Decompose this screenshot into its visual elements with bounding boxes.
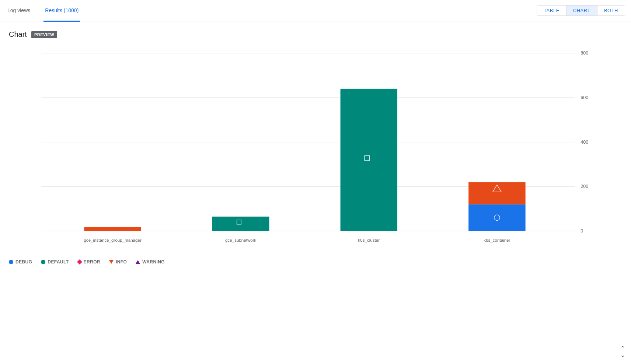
chart-header: Chart PREVIEW: [9, 30, 622, 39]
legend-warning: WARNING: [136, 259, 165, 265]
legend-debug: DEBUG: [9, 259, 32, 265]
legend-info: INFO: [109, 259, 127, 265]
both-view-button[interactable]: BOTH: [597, 6, 625, 15]
chart-view-button[interactable]: CHART: [566, 6, 597, 15]
y-label-200: 200: [581, 184, 588, 189]
bar-k8s_cluster-DEFAULT: [341, 89, 397, 231]
legend-debug-icon: [9, 260, 13, 264]
legend-default-label: DEFAULT: [48, 259, 69, 265]
preview-badge: PREVIEW: [31, 31, 57, 38]
bar-gce_subnetwork-DEFAULT: [212, 217, 269, 231]
x-label-k8s_cluster: k8s_cluster: [358, 238, 380, 242]
results-tab[interactable]: Results (1000): [43, 0, 80, 22]
legend-debug-label: DEBUG: [15, 259, 32, 265]
x-label-gce_subnetwork: gce_subnetwork: [225, 238, 257, 242]
y-label-0: 0: [581, 228, 583, 234]
chart-title: Chart: [9, 30, 27, 39]
header: Log views Results (1000) TABLE CHART BOT…: [0, 0, 631, 21]
legend-error-icon: [77, 259, 82, 265]
view-toggle: TABLE CHART BOTH: [537, 5, 625, 16]
legend-warning-label: WARNING: [142, 259, 165, 265]
x-label-k8s_container: k8s_container: [484, 238, 510, 242]
y-label-400: 400: [581, 140, 588, 145]
legend-default-icon: [41, 260, 45, 264]
legend: DEBUG DEFAULT ERROR INFO WARNING: [9, 253, 622, 267]
chart-container: 800 600 400 200 0 gce_instance_group_man…: [9, 46, 622, 304]
legend-info-icon: [109, 260, 114, 264]
legend-warning-icon: [136, 260, 140, 264]
legend-error: ERROR: [78, 259, 100, 265]
bar-k8s_container-DEBUG: [468, 204, 525, 231]
log-views-tab[interactable]: Log views: [6, 0, 32, 22]
legend-error-label: ERROR: [84, 259, 100, 265]
bar-gce_instance_group_manager-INFO: [84, 227, 141, 231]
y-label-800: 800: [581, 50, 588, 56]
bar-k8s_container-INFO: [468, 182, 525, 204]
legend-default: DEFAULT: [41, 259, 69, 265]
x-label-gce_instance_group_manager: gce_instance_group_manager: [84, 238, 142, 242]
bar-chart: 800 600 400 200 0 gce_instance_group_man…: [9, 46, 622, 252]
table-view-button[interactable]: TABLE: [537, 6, 566, 15]
legend-info-label: INFO: [116, 259, 127, 265]
y-label-600: 600: [581, 95, 588, 100]
main-content: Chart PREVIEW 800 600 400 200 0: [0, 21, 631, 304]
